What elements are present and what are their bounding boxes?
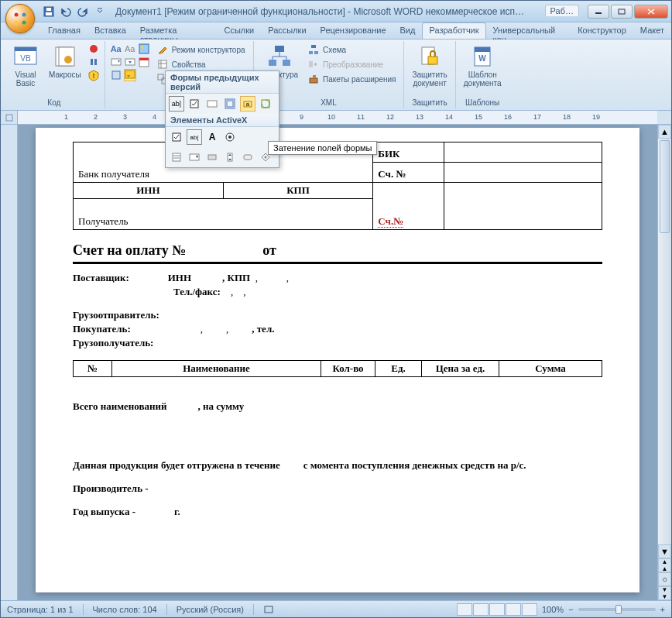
group-code: VB Visual Basic Макросы ! Код: [4, 41, 105, 108]
frame-form-icon[interactable]: [222, 96, 238, 112]
ax-combo-icon[interactable]: [187, 149, 202, 165]
properties-button[interactable]: Свойства: [153, 57, 249, 71]
ax-toggle-icon[interactable]: [204, 149, 220, 165]
redo-icon[interactable]: [75, 4, 91, 19]
svg-rect-61: [173, 153, 180, 161]
ax-label-icon[interactable]: A: [204, 129, 220, 145]
pause-macro-icon[interactable]: [87, 56, 100, 68]
scroll-up-icon[interactable]: ▲: [658, 125, 671, 139]
macros-button[interactable]: Макросы: [46, 43, 84, 81]
svg-text:!: !: [92, 72, 94, 80]
document-area[interactable]: Банк получателя БИК Сч. № ИНН КПП Сч.№ П…: [18, 125, 657, 600]
save-icon[interactable]: [41, 4, 57, 19]
group-protect: Защитить документ Защитить: [404, 41, 455, 108]
svg-rect-18: [94, 59, 97, 65]
ax-radio-icon[interactable]: [222, 129, 238, 145]
svg-rect-65: [208, 155, 216, 160]
svg-point-1: [22, 13, 26, 17]
view-fullscreen-icon[interactable]: [473, 603, 489, 616]
minimize-button[interactable]: [588, 5, 609, 19]
svg-rect-41: [309, 51, 313, 54]
close-button[interactable]: [634, 5, 668, 19]
reset-form-icon[interactable]: [258, 96, 273, 112]
view-print-layout-icon[interactable]: [457, 603, 472, 616]
tab-review[interactable]: Рецензирование: [314, 22, 393, 39]
expansion-button[interactable]: Пакеты расширения: [304, 72, 399, 86]
macro-security-icon[interactable]: !: [87, 69, 100, 81]
horizontal-ruler[interactable]: 123 456 789 101112 131415 161718 19: [18, 111, 657, 125]
office-button[interactable]: [5, 4, 35, 33]
zoom-slider[interactable]: [578, 608, 656, 611]
svg-rect-26: [112, 71, 120, 79]
tab-developer[interactable]: Разработчик: [422, 22, 485, 39]
view-draft-icon[interactable]: [522, 603, 537, 616]
ax-button-icon[interactable]: [240, 149, 255, 165]
window-title: Документ1 [Режим ограниченной функционал…: [115, 6, 588, 17]
document-template-button[interactable]: W Шаблон документа: [461, 43, 505, 89]
status-words[interactable]: Число слов: 104: [93, 605, 157, 614]
richtext-control-icon[interactable]: Aa: [110, 43, 122, 55]
page: Банк получателя БИК Сч. № ИНН КПП Сч.№ П…: [36, 128, 639, 592]
ax-spin-icon[interactable]: [222, 149, 238, 165]
vertical-ruler[interactable]: [1, 125, 18, 600]
textbox-form-icon[interactable]: ab|: [169, 96, 184, 112]
svg-rect-11: [15, 47, 36, 51]
invoice-title: Счет на оплату № от: [73, 242, 602, 264]
view-web-icon[interactable]: [489, 603, 505, 616]
svg-text:a: a: [246, 101, 250, 108]
dropdown-control-icon[interactable]: [124, 56, 136, 68]
ax-listbox-icon[interactable]: [169, 149, 184, 165]
context-tab[interactable]: Раб…: [545, 5, 579, 16]
zoom-in-icon[interactable]: +: [660, 605, 665, 614]
transform-button[interactable]: Преобразование: [304, 57, 399, 71]
status-page[interactable]: Страница: 1 из 1: [7, 605, 74, 614]
browse-next-icon[interactable]: ▼▼: [658, 586, 671, 600]
status-language[interactable]: Русский (Россия): [177, 605, 244, 614]
tab-insert[interactable]: Вставка: [87, 22, 133, 39]
date-control-icon[interactable]: [138, 56, 150, 68]
tab-home[interactable]: Главная: [41, 22, 87, 39]
legacy-tools-icon[interactable]: [124, 69, 136, 81]
text-control-icon[interactable]: Aa: [124, 43, 136, 55]
tab-design[interactable]: Конструктор: [571, 22, 633, 39]
ax-checkbox-icon[interactable]: [169, 129, 184, 145]
tab-view[interactable]: Вид: [393, 22, 423, 39]
scroll-down-icon[interactable]: ▼: [658, 544, 671, 558]
ax-textbox-icon[interactable]: ab|: [187, 129, 202, 145]
svg-point-68: [265, 156, 267, 159]
protect-document-button[interactable]: Защитить документ: [409, 43, 450, 89]
svg-rect-67: [244, 155, 252, 160]
svg-rect-43: [309, 61, 313, 67]
maximize-button[interactable]: [611, 5, 633, 19]
browse-prev-icon[interactable]: ▲▲: [658, 558, 671, 572]
design-mode-button[interactable]: Режим конструктора: [153, 43, 249, 57]
status-insert-icon[interactable]: [263, 604, 274, 615]
qat-customize-icon[interactable]: [92, 4, 108, 19]
zoom-out-icon[interactable]: −: [568, 605, 573, 614]
svg-rect-25: [139, 58, 149, 60]
tab-mailings[interactable]: Рассылки: [261, 22, 313, 39]
tab-references[interactable]: Ссылки: [217, 22, 261, 39]
picture-control-icon[interactable]: [138, 43, 150, 55]
vertical-scrollbar[interactable]: ▲ ▼ ▲▲ ○ ▼▼: [657, 125, 671, 600]
zoom-level[interactable]: 100%: [542, 605, 564, 614]
combobox-form-icon[interactable]: [204, 96, 220, 112]
schema-button[interactable]: Схема: [304, 43, 399, 57]
svg-rect-28: [159, 60, 166, 68]
tab-pagelayout[interactable]: Разметка страницы: [133, 22, 218, 39]
visual-basic-button[interactable]: VB Visual Basic: [9, 43, 43, 89]
view-outline-icon[interactable]: [506, 603, 521, 616]
browse-object-icon[interactable]: ○: [658, 572, 671, 586]
shading-form-icon[interactable]: a: [240, 96, 255, 112]
scroll-thumb[interactable]: [660, 140, 670, 233]
svg-rect-52: [207, 101, 217, 107]
combo-control-icon[interactable]: [110, 56, 122, 68]
building-block-icon[interactable]: [110, 69, 122, 81]
svg-rect-44: [310, 78, 317, 83]
checkbox-form-icon[interactable]: [187, 96, 202, 112]
ruler-corner[interactable]: [1, 111, 18, 125]
undo-icon[interactable]: [58, 4, 74, 19]
record-macro-icon[interactable]: [87, 43, 100, 55]
tab-universal[interactable]: Универсальный кон: [486, 22, 571, 39]
tab-layout[interactable]: Макет: [633, 22, 671, 39]
